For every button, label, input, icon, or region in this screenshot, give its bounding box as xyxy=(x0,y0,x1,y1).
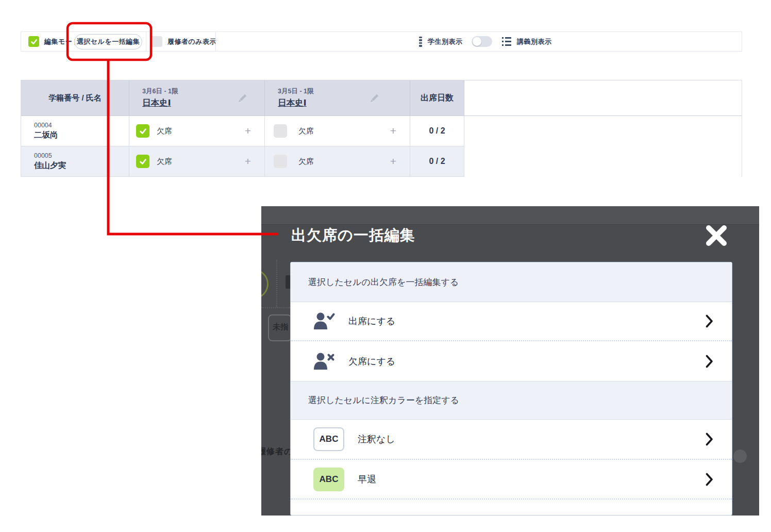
attendance-days-cell: 0 / 2 xyxy=(410,146,464,176)
toggle-knob xyxy=(473,37,481,46)
attendance-page: 編集モード 選択セルを一括編集 履修者のみ表示 学生別表示 講義別表示 学籍番号… xyxy=(0,0,771,532)
view-toggle[interactable] xyxy=(472,36,492,47)
attendance-days-cell: 0 / 2 xyxy=(410,116,464,146)
course-date: 3月5日 - 1限 xyxy=(278,87,410,96)
check-icon xyxy=(139,158,147,165)
attendance-days-header-label: 出席日数 xyxy=(421,93,454,104)
student-view-label: 学生別表示 xyxy=(428,37,463,46)
student-cell: 00005 佳山夕実 xyxy=(21,146,129,176)
grip-vertical-icon xyxy=(419,37,422,47)
annotation-color-badge: ABC xyxy=(313,427,344,451)
bulk-edit-modal: 未指 履修者の 出欠席の一括編集 選択したセルの出欠席を一括編集する 出席 xyxy=(261,206,759,516)
toolbar-divider xyxy=(215,32,216,51)
ghost-avatar-circle xyxy=(261,269,269,299)
attendance-status-label: 欠席 xyxy=(298,126,314,136)
menu-item-label: 欠席にする xyxy=(348,355,395,368)
check-icon xyxy=(139,127,147,135)
view-switch-group: 学生別表示 講義別表示 xyxy=(419,32,552,51)
chevron-right-icon xyxy=(706,473,713,486)
plus-icon[interactable]: + xyxy=(245,125,251,137)
menu-item-label: 出席にする xyxy=(348,315,395,327)
attendance-checkbox[interactable] xyxy=(274,155,287,168)
annotation-color-badge: ABC xyxy=(313,468,344,491)
chevron-right-icon xyxy=(706,314,713,328)
menu-item-mark-present[interactable]: 出席にする xyxy=(291,302,732,341)
ghost-toggle-knob xyxy=(733,450,747,463)
modal-title: 出欠席の一括編集 xyxy=(291,225,415,246)
pencil-icon[interactable] xyxy=(368,93,380,106)
attendance-days-column-header: 出席日数 xyxy=(410,80,464,115)
attendance-status-label: 欠席 xyxy=(157,126,172,136)
enrolled-only-checkbox[interactable] xyxy=(152,36,162,47)
ghost-divider xyxy=(261,307,290,308)
enrolled-only-label: 履修者のみ表示 xyxy=(167,37,216,46)
toolbar-divider xyxy=(146,32,146,51)
student-id: 00005 xyxy=(34,152,52,159)
course-name-link[interactable]: 日本史Ⅰ xyxy=(278,97,410,109)
toolbar: 編集モード 選択セルを一括編集 履修者のみ表示 学生別表示 講義別表示 xyxy=(21,31,742,52)
menu-item-label: 注釈なし xyxy=(358,433,395,445)
course-column-header-1: 3月6日 - 1限 日本史Ⅰ xyxy=(129,80,265,115)
attendance-checkbox[interactable] xyxy=(136,155,149,168)
close-icon[interactable] xyxy=(706,225,727,246)
chevron-right-icon xyxy=(706,433,713,446)
attendance-cell[interactable]: 欠席 + xyxy=(129,116,265,146)
attendance-status-label: 欠席 xyxy=(157,157,172,167)
pencil-icon[interactable] xyxy=(237,93,248,106)
student-name: 二坂尚 xyxy=(34,130,58,141)
ghost-pending-box: 未指 xyxy=(268,314,292,341)
plus-icon[interactable]: + xyxy=(245,155,251,168)
list-icon xyxy=(502,37,512,46)
student-cell: 00004 二坂尚 xyxy=(21,116,129,146)
modal-section-header: 選択したセルに注釈カラーを指定する xyxy=(291,381,732,420)
attendance-checkbox[interactable] xyxy=(274,124,287,138)
menu-item-no-annotation[interactable]: ABC 注釈なし xyxy=(291,420,732,460)
attendance-checkbox[interactable] xyxy=(136,124,149,138)
modal-panel: 選択したセルの出欠席を一括編集する 出席にする xyxy=(290,262,732,516)
attendance-cell[interactable]: 欠席 + xyxy=(265,146,410,176)
attendance-days-value: 0 / 2 xyxy=(429,126,445,136)
plus-icon[interactable]: + xyxy=(390,125,396,137)
attendance-status-label: 欠席 xyxy=(298,157,314,167)
check-icon xyxy=(30,38,38,45)
attendance-table: 学籍番号 / 氏名 3月6日 - 1限 日本史Ⅰ 3月5日 - 1限 日本史Ⅰ xyxy=(21,80,742,177)
person-x-icon xyxy=(313,352,348,371)
person-check-icon xyxy=(313,312,348,330)
lecture-view-label: 講義別表示 xyxy=(517,37,552,46)
edit-mode-checkbox[interactable] xyxy=(28,36,39,47)
ghost-divider xyxy=(276,260,277,307)
table-header-row: 学籍番号 / 氏名 3月6日 - 1限 日本史Ⅰ 3月5日 - 1限 日本史Ⅰ xyxy=(21,80,742,116)
student-column-header-label: 学籍番号 / 氏名 xyxy=(48,93,102,103)
student-name: 佳山夕実 xyxy=(34,160,66,171)
table-row: 00004 二坂尚 欠席 + 欠席 + 0 / 2 xyxy=(21,116,464,146)
plus-icon[interactable]: + xyxy=(390,155,396,168)
modal-backdrop xyxy=(261,206,759,225)
chevron-right-icon xyxy=(706,355,713,368)
student-column-header: 学籍番号 / 氏名 xyxy=(21,80,129,115)
edit-mode-checkbox-group[interactable]: 編集モード xyxy=(28,32,79,51)
ghost-enrolled-label: 履修者の xyxy=(261,446,293,457)
course-column-header-2: 3月5日 - 1限 日本史Ⅰ xyxy=(265,80,410,115)
menu-item-label: 早退 xyxy=(358,473,376,486)
menu-item-early-leave[interactable]: ABC 早退 xyxy=(291,460,732,500)
attendance-cell[interactable]: 欠席 + xyxy=(265,116,410,146)
table-row: 00005 佳山夕実 欠席 + 欠席 + 0 / 2 xyxy=(21,146,464,177)
attendance-days-value: 0 / 2 xyxy=(429,157,445,166)
menu-item-mark-absent[interactable]: 欠席にする xyxy=(291,341,732,381)
modal-section-header: 選択したセルの出欠席を一括編集する xyxy=(291,262,732,302)
student-id: 00004 xyxy=(34,122,52,129)
enrolled-only-checkbox-group[interactable]: 履修者のみ表示 xyxy=(152,32,216,51)
attendance-cell[interactable]: 欠席 + xyxy=(129,146,265,176)
bulk-edit-selected-cells-button[interactable]: 選択セルを一括編集 xyxy=(74,34,142,49)
